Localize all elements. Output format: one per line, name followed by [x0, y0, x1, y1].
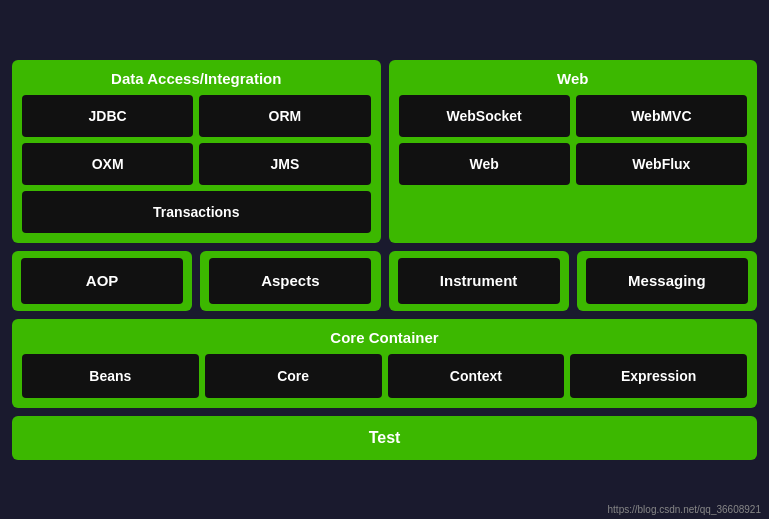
- test-section: Test: [12, 416, 757, 460]
- orm-btn[interactable]: ORM: [199, 95, 370, 137]
- web-btn[interactable]: Web: [399, 143, 570, 185]
- data-access-title: Data Access/Integration: [111, 70, 281, 87]
- context-btn[interactable]: Context: [388, 354, 565, 398]
- jms-btn[interactable]: JMS: [199, 143, 370, 185]
- instrument-item: Instrument: [389, 251, 569, 311]
- aspects-item: Aspects: [200, 251, 380, 311]
- beans-btn[interactable]: Beans: [22, 354, 199, 398]
- webmvc-btn[interactable]: WebMVC: [576, 95, 747, 137]
- core-container-title: Core Container: [330, 329, 438, 346]
- watermark: https://blog.csdn.net/qq_36608921: [608, 504, 761, 515]
- web-inner: WebSocket WebMVC Web WebFlux: [399, 95, 748, 185]
- jdbc-btn[interactable]: JDBC: [22, 95, 193, 137]
- aop-btn[interactable]: AOP: [21, 258, 183, 304]
- web-title: Web: [557, 70, 588, 87]
- webflux-btn[interactable]: WebFlux: [576, 143, 747, 185]
- core-inner: Beans Core Context Expression: [22, 354, 747, 398]
- test-label: Test: [369, 429, 401, 447]
- web-section: Web WebSocket WebMVC Web WebFlux: [389, 60, 758, 243]
- middle-row: AOP Aspects Instrument Messaging: [12, 251, 757, 311]
- core-btn[interactable]: Core: [205, 354, 382, 398]
- core-container-section: Core Container Beans Core Context Expres…: [12, 319, 757, 408]
- top-row: Data Access/Integration JDBC ORM OXM JMS…: [12, 60, 757, 243]
- websocket-btn[interactable]: WebSocket: [399, 95, 570, 137]
- expression-btn[interactable]: Expression: [570, 354, 747, 398]
- oxm-btn[interactable]: OXM: [22, 143, 193, 185]
- transactions-btn[interactable]: Transactions: [22, 191, 371, 233]
- messaging-item: Messaging: [577, 251, 757, 311]
- aspects-btn[interactable]: Aspects: [209, 258, 371, 304]
- aop-item: AOP: [12, 251, 192, 311]
- data-access-inner: JDBC ORM OXM JMS Transactions: [22, 95, 371, 233]
- data-access-section: Data Access/Integration JDBC ORM OXM JMS…: [12, 60, 381, 243]
- messaging-btn[interactable]: Messaging: [586, 258, 748, 304]
- instrument-btn[interactable]: Instrument: [398, 258, 560, 304]
